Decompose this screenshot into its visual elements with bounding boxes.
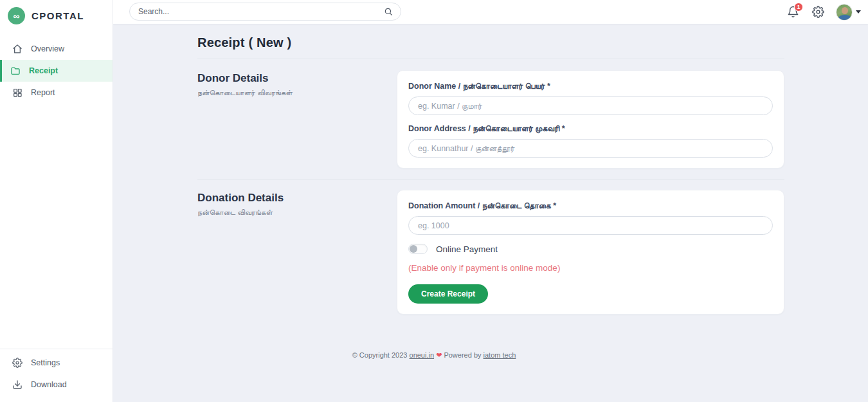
sidebar-item-label: Overview — [31, 44, 64, 53]
toggle-knob — [410, 245, 417, 253]
donor-name-label: Donor Name / நன்கொடையாளர் பெயர் * — [408, 82, 773, 91]
folder-icon — [10, 66, 21, 76]
main-content: Receipt ( New ) Donor Details நன்கொடையாள… — [113, 24, 868, 402]
search-bar — [129, 3, 401, 21]
chevron-down-icon — [856, 10, 861, 14]
brand-name: CPORTAL — [32, 10, 84, 21]
search-input[interactable] — [130, 7, 384, 16]
oneui-link[interactable]: oneui.in — [410, 351, 435, 359]
settings-button[interactable] — [811, 5, 825, 19]
section-heading-block: Donor Details நன்கொடையாளர் விவரங்கள் — [197, 70, 397, 169]
iatom-tech-link[interactable]: iatom tech — [484, 351, 516, 359]
section-subheading: நன்கொடையாளர் விவரங்கள் — [197, 88, 397, 97]
section-heading: Donation Details — [197, 192, 397, 205]
sidebar-item-label: Report — [31, 88, 55, 97]
sidebar-item-download[interactable]: Download — [0, 374, 113, 396]
sidebar-item-settings[interactable]: Settings — [0, 352, 113, 374]
sidebar-bottom: Settings Download — [0, 349, 113, 396]
notification-badge: 1 — [794, 3, 803, 12]
home-icon — [12, 44, 23, 54]
sidebar-item-overview[interactable]: Overview — [0, 38, 113, 60]
online-payment-toggle[interactable] — [408, 244, 428, 254]
section-heading-block: Donation Details நன்கொடை விவரங்கள் — [197, 190, 397, 315]
online-payment-note: (Enable only if payment is online mode) — [408, 263, 773, 273]
donation-amount-label: Donation Amount / நன்கொடை தொகை * — [408, 201, 773, 211]
sidebar-item-label: Settings — [31, 358, 60, 367]
copyright-text: © Copyright 2023 — [352, 351, 408, 359]
heart-icon: ❤ — [436, 351, 442, 359]
infinity-icon: ∞ — [14, 12, 20, 21]
gear-icon — [12, 358, 23, 368]
donor-details-section: Donor Details நன்கொடையாளர் விவரங்கள் Don… — [197, 59, 784, 169]
donor-address-input[interactable] — [408, 139, 773, 158]
notifications-button[interactable]: 1 — [786, 5, 800, 19]
donor-name-input[interactable] — [408, 96, 773, 115]
brand-logo: ∞ — [8, 7, 25, 24]
powered-by-text: Powered by — [444, 351, 481, 359]
avatar — [836, 4, 853, 21]
online-payment-row: Online Payment — [408, 244, 773, 254]
sidebar-nav: Overview Receipt Report — [0, 38, 113, 104]
footer: © Copyright 2023 oneui.in ❤ Powered by i… — [0, 351, 868, 360]
gear-icon — [812, 6, 824, 18]
sidebar-item-receipt[interactable]: Receipt — [0, 60, 113, 82]
donor-address-label: Donor Address / நன்கொடையாளர் முகவரி * — [408, 124, 773, 134]
section-subheading: நன்கொடை விவரங்கள் — [197, 208, 397, 217]
brand[interactable]: ∞ CPORTAL — [0, 0, 113, 31]
donation-amount-input[interactable] — [408, 216, 773, 235]
sidebar-item-label: Receipt — [29, 66, 58, 75]
online-payment-label: Online Payment — [436, 244, 498, 254]
sidebar-item-label: Download — [31, 380, 67, 389]
search-icon[interactable] — [384, 7, 393, 16]
user-menu[interactable] — [836, 4, 861, 21]
sidebar-item-report[interactable]: Report — [0, 82, 113, 104]
topbar-actions: 1 — [786, 0, 861, 24]
section-heading: Donor Details — [197, 72, 397, 85]
donor-details-card: Donor Name / நன்கொடையாளர் பெயர் * Donor … — [397, 70, 784, 169]
page-title: Receipt ( New ) — [197, 35, 784, 50]
grid-icon — [12, 87, 23, 98]
create-receipt-button[interactable]: Create Receipt — [408, 284, 488, 304]
donation-details-card: Donation Amount / நன்கொடை தொகை * Online … — [397, 190, 784, 315]
download-icon — [12, 379, 23, 390]
topbar: 1 — [113, 0, 868, 24]
sidebar: ∞ CPORTAL Overview Receipt Report Settin… — [0, 0, 113, 402]
donation-details-section: Donation Details நன்கொடை விவரங்கள் Donat… — [197, 180, 784, 315]
